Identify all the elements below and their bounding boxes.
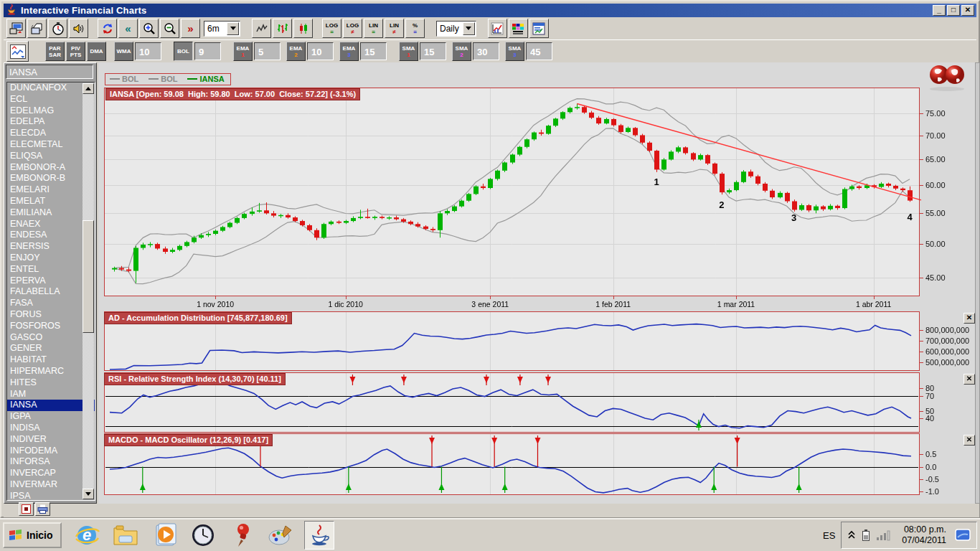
chevron-up-icon[interactable]: [847, 530, 856, 540]
minimize-button[interactable]: _: [933, 5, 946, 16]
quick-launch-paint-icon[interactable]: [265, 521, 296, 550]
wma-button[interactable]: WMA: [114, 42, 133, 61]
sound-button[interactable]: [69, 19, 88, 38]
pivot-points-button[interactable]: PIVPTS: [66, 42, 85, 61]
new-chart-window-button[interactable]: [6, 19, 26, 38]
list-item-gasco[interactable]: GASCO: [7, 332, 95, 344]
start-button[interactable]: Inicio: [3, 522, 62, 548]
quick-launch-clock-icon[interactable]: [188, 521, 218, 550]
quick-launch-ie-icon[interactable]: e: [72, 521, 102, 550]
maximize-button[interactable]: □: [947, 5, 960, 16]
list-item-invermar[interactable]: INVERMAR: [7, 479, 95, 491]
quick-launch-folder-icon[interactable]: [110, 521, 141, 550]
refresh-button[interactable]: [98, 19, 117, 38]
language-indicator[interactable]: ES: [817, 530, 841, 541]
list-item-emelat[interactable]: EMELAT: [7, 196, 95, 207]
export-button[interactable]: [27, 19, 47, 38]
sma1-period-field[interactable]: [420, 42, 446, 60]
ohlc-chart-button[interactable]: [273, 19, 292, 38]
list-item-enjoy[interactable]: ENJOY: [7, 253, 95, 264]
ema2-button[interactable]: EMA2: [286, 42, 306, 61]
list-item-invercap[interactable]: INVERCAP: [7, 468, 95, 479]
log-scale-off-button[interactable]: LOG≠: [343, 19, 362, 38]
list-item-elecda[interactable]: ELECDA: [7, 128, 95, 139]
sma1-button[interactable]: SMA1: [399, 42, 418, 61]
quick-launch-pushpin-icon[interactable]: [227, 521, 257, 550]
dropdown-arrow-icon[interactable]: [227, 22, 239, 35]
list-item-enaex[interactable]: ENAEX: [7, 219, 95, 230]
list-item-edelpa[interactable]: EDELPA: [7, 116, 95, 128]
close-button[interactable]: ✕: [961, 5, 974, 16]
list-item-infodema[interactable]: INFODEMA: [7, 446, 95, 457]
list-item-fasa[interactable]: FASA: [7, 298, 95, 309]
timer-button[interactable]: [48, 19, 67, 38]
print-chart-button[interactable]: [35, 502, 50, 516]
scrollbar-thumb[interactable]: [83, 220, 94, 333]
list-item-emiliana[interactable]: EMILIANA: [7, 207, 95, 219]
list-item-embonor-a[interactable]: EMBONOR-A: [7, 162, 95, 174]
list-item-falabella[interactable]: FALABELLA: [7, 286, 95, 298]
sma2-button[interactable]: SMA2: [452, 42, 471, 61]
line-chart-button[interactable]: [252, 19, 271, 38]
list-item-hites[interactable]: HITES: [7, 377, 95, 389]
interval-select[interactable]: Daily: [436, 21, 476, 37]
dma-button[interactable]: DMA: [87, 42, 106, 61]
list-item-gener[interactable]: GENER: [7, 343, 95, 354]
linear-scale-off-button[interactable]: LIN≠: [385, 19, 404, 38]
zoom-in-button[interactable]: [139, 19, 159, 38]
ema1-button[interactable]: EMA1: [233, 42, 253, 61]
sma3-period-field[interactable]: [526, 42, 552, 60]
list-item-emelari[interactable]: EMELARI: [7, 184, 95, 196]
linear-scale-on-button[interactable]: LIN=: [364, 19, 383, 38]
trend-tool-button[interactable]: [488, 19, 507, 38]
list-item-entel[interactable]: ENTEL: [7, 264, 95, 276]
ema3-period-field[interactable]: [360, 42, 387, 60]
candlestick-chart-button[interactable]: [293, 19, 313, 38]
bollinger-button[interactable]: BOL: [174, 42, 193, 61]
list-item-edelmag[interactable]: EDELMAG: [7, 105, 95, 117]
list-item-inforsa[interactable]: INFORSA: [7, 456, 95, 468]
list-item-iam[interactable]: IAM: [7, 389, 95, 400]
sma3-button[interactable]: SMA3: [505, 42, 524, 61]
list-item-hipermarc[interactable]: HIPERMARC: [7, 366, 95, 377]
chart-properties-button[interactable]: [529, 19, 549, 38]
scroll-up-arrow[interactable]: [83, 83, 94, 94]
dropdown-arrow-icon[interactable]: [463, 22, 475, 35]
close-macd-panel-button[interactable]: ✕: [963, 435, 975, 446]
ema1-period-field[interactable]: [254, 42, 281, 60]
right-scroll-strip[interactable]: [975, 62, 980, 504]
scroll-back-button[interactable]: «: [118, 19, 138, 38]
list-item-indisa[interactable]: INDISA: [7, 423, 95, 434]
scroll-forward-button[interactable]: »: [181, 19, 200, 38]
symbol-list[interactable]: DUNCANFOXECLEDELMAGEDELPAELECDAELECMETAL…: [6, 82, 95, 501]
close-ad-panel-button[interactable]: ✕: [963, 313, 975, 324]
list-item-indiver[interactable]: INDIVER: [7, 434, 95, 446]
list-item-ipsa[interactable]: IPSA: [7, 491, 95, 501]
list-item-forus[interactable]: FORUS: [7, 309, 95, 321]
sma2-period-field[interactable]: [473, 42, 499, 60]
list-item-fosforos[interactable]: FOSFOROS: [7, 321, 95, 332]
symbol-list-scrollbar[interactable]: [83, 83, 94, 499]
battery-icon[interactable]: [862, 529, 870, 542]
show-desktop-icon[interactable]: [955, 528, 971, 542]
parabolic-sar-button[interactable]: PARSAR: [45, 42, 65, 61]
colors-button[interactable]: [509, 19, 528, 38]
list-item-ecl[interactable]: ECL: [7, 94, 95, 105]
list-item-habitat[interactable]: HABITAT: [7, 354, 95, 366]
quick-launch-java-icon[interactable]: [304, 521, 334, 550]
percent-scale-button[interactable]: %=: [405, 19, 425, 38]
signal-strength-icon[interactable]: [876, 529, 893, 541]
main-chart-canvas[interactable]: [103, 88, 976, 311]
zoom-out-button[interactable]: [160, 19, 179, 38]
ema2-period-field[interactable]: [307, 42, 334, 60]
draw-chart-button[interactable]: [6, 41, 29, 62]
list-item-eperva[interactable]: EPERVA: [7, 276, 95, 287]
scroll-down-arrow[interactable]: [83, 489, 94, 499]
record-button[interactable]: [19, 502, 34, 516]
list-item-duncanfox[interactable]: DUNCANFOX: [7, 83, 95, 94]
list-item-igpa[interactable]: IGPA: [7, 411, 95, 423]
list-item-enersis[interactable]: ENERSIS: [7, 241, 95, 253]
quick-launch-media-player-icon[interactable]: [149, 521, 179, 550]
symbol-input[interactable]: [6, 65, 93, 79]
ema3-button[interactable]: EMA3: [339, 42, 359, 61]
